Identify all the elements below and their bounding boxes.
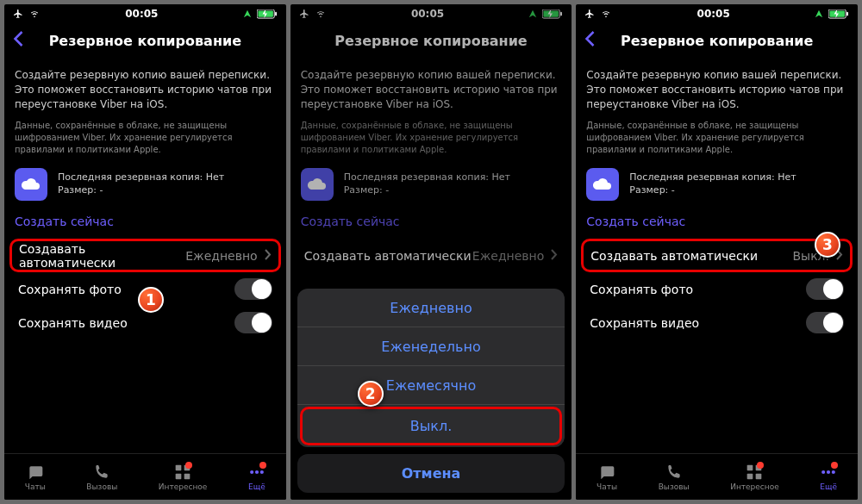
save-photo-label: Сохранять фото: [590, 283, 693, 296]
notification-dot: [259, 462, 266, 469]
page-title: Резервное копирование: [334, 33, 527, 49]
auto-backup-label: Создавать автоматически: [590, 249, 758, 263]
svg-rect-5: [176, 473, 182, 479]
svg-point-7: [250, 470, 253, 473]
tab-bar: Чаты Вызовы Интересное Ещё: [576, 453, 858, 500]
back-button[interactable]: [584, 28, 596, 53]
svg-point-20: [821, 470, 825, 473]
last-backup-text: Последняя резервная копия: Нет: [344, 171, 510, 183]
svg-rect-19: [756, 473, 762, 479]
create-now-button[interactable]: Создать сейчас: [15, 215, 276, 228]
backup-info: Последняя резервная копия: Нет Размер: -: [586, 168, 847, 201]
svg-rect-6: [184, 473, 191, 479]
phone-screen-1: 00:05 Резервное копирование Создайте рез…: [4, 4, 286, 500]
location-icon: [243, 9, 252, 18]
content: Создайте резервную копию вашей переписки…: [576, 58, 858, 350]
page-title: Резервное копирование: [49, 33, 241, 49]
svg-point-21: [827, 470, 830, 473]
tab-calls[interactable]: Вызовы: [86, 464, 117, 491]
clock-time: 00:05: [697, 8, 730, 20]
auto-backup-label: Создавать автоматически: [304, 249, 472, 263]
sheet-option-weekly[interactable]: Еженедельно: [297, 327, 565, 366]
back-button[interactable]: [13, 28, 24, 53]
create-now-button[interactable]: Создать сейчас: [586, 215, 847, 228]
description-2: Данные, сохранённые в облаке, не защищен…: [301, 120, 562, 156]
save-video-label: Сохранять видео: [18, 316, 128, 330]
last-backup-text: Последняя резервная копия: Нет: [58, 171, 224, 183]
wifi-icon: [28, 9, 41, 18]
backup-size-text: Размер: -: [629, 184, 796, 196]
auto-backup-row[interactable]: Создавать автоматически Ежедневно: [301, 239, 562, 272]
step-marker-1: 1: [138, 287, 164, 313]
save-video-label: Сохранять видео: [590, 316, 699, 330]
last-backup-text: Последняя резервная копия: Нет: [629, 171, 796, 183]
header: Резервное копирование: [290, 23, 572, 58]
content: Создайте резервную копию вашей переписки…: [290, 58, 572, 283]
notification-dot: [831, 462, 838, 469]
create-now-button[interactable]: Создать сейчас: [301, 215, 562, 228]
phone-icon: [665, 464, 683, 481]
sheet-option-daily[interactable]: Ежедневно: [297, 289, 565, 327]
header: Резервное копирование: [4, 23, 286, 58]
description-2: Данные, сохранённые в облаке, не защищен…: [586, 120, 847, 156]
location-icon: [528, 9, 537, 18]
chevron-left-icon: [584, 30, 596, 47]
clock-time: 00:05: [125, 8, 158, 20]
location-icon: [815, 9, 823, 18]
save-video-toggle[interactable]: [234, 312, 272, 333]
wifi-icon: [600, 9, 612, 18]
sheet-option-off[interactable]: Выкл.: [300, 407, 563, 445]
chat-icon: [26, 464, 45, 481]
auto-backup-row[interactable]: Создавать автоматически Выкл.: [581, 239, 853, 272]
action-sheet: Ежедневно Еженедельно Ежемесячно Выкл. О…: [297, 289, 565, 493]
backup-info: Последняя резервная копия: Нет Размер: -: [301, 168, 562, 201]
airplane-icon: [584, 9, 595, 19]
clock-time: 00:05: [411, 8, 444, 20]
tab-more[interactable]: Ещё: [820, 464, 837, 491]
battery-icon: [542, 9, 563, 19]
status-bar: 00:05: [290, 4, 572, 23]
save-photo-toggle[interactable]: [806, 278, 844, 300]
svg-point-22: [832, 470, 835, 473]
svg-rect-12: [561, 11, 563, 16]
save-photo-row: Сохранять фото: [586, 272, 847, 306]
sheet-option-monthly[interactable]: Ежемесячно: [297, 366, 565, 405]
notification-dot: [757, 462, 764, 469]
svg-rect-18: [747, 473, 753, 479]
step-marker-3: 3: [815, 232, 840, 258]
chevron-right-icon: [265, 247, 272, 264]
auto-backup-label: Создавать автоматически: [19, 242, 185, 270]
cloud-icon: [301, 168, 334, 201]
phone-icon: [93, 464, 110, 481]
description-1: Создайте резервную копию вашей переписки…: [15, 68, 276, 111]
tab-interesting[interactable]: Интересное: [159, 464, 208, 491]
tab-calls[interactable]: Вызовы: [659, 464, 690, 491]
chevron-right-icon: [551, 247, 558, 264]
step-marker-2: 2: [358, 381, 384, 407]
description-1: Создайте резервную копию вашей переписки…: [586, 68, 847, 111]
tab-more[interactable]: Ещё: [248, 464, 265, 491]
battery-icon: [257, 9, 278, 19]
page-title: Резервное копирование: [621, 33, 813, 49]
cloud-icon: [15, 168, 47, 201]
wifi-icon: [315, 9, 327, 18]
description-2: Данные, сохранённые в облаке, не защищен…: [15, 120, 276, 156]
airplane-icon: [13, 9, 23, 19]
airplane-icon: [299, 9, 309, 19]
description-1: Создайте резервную копию вашей переписки…: [301, 68, 562, 111]
tab-chats[interactable]: Чаты: [597, 464, 617, 491]
sheet-cancel-button[interactable]: Отмена: [297, 454, 565, 493]
battery-icon: [828, 9, 849, 19]
auto-backup-row[interactable]: Создавать автоматически Ежедневно: [9, 239, 281, 272]
tab-interesting[interactable]: Интересное: [730, 464, 779, 491]
save-photo-toggle[interactable]: [234, 278, 272, 300]
svg-point-8: [255, 470, 259, 473]
header: Резервное копирование: [576, 23, 858, 58]
tab-bar: Чаты Вызовы Интересное Ещё: [4, 453, 286, 500]
save-video-toggle[interactable]: [806, 312, 844, 333]
chat-icon: [597, 464, 616, 481]
phone-screen-3: 00:05 Резервное копирование Создайте рез…: [576, 4, 858, 500]
svg-rect-2: [275, 11, 277, 16]
status-bar: 00:05: [576, 4, 858, 23]
tab-chats[interactable]: Чаты: [25, 464, 46, 491]
